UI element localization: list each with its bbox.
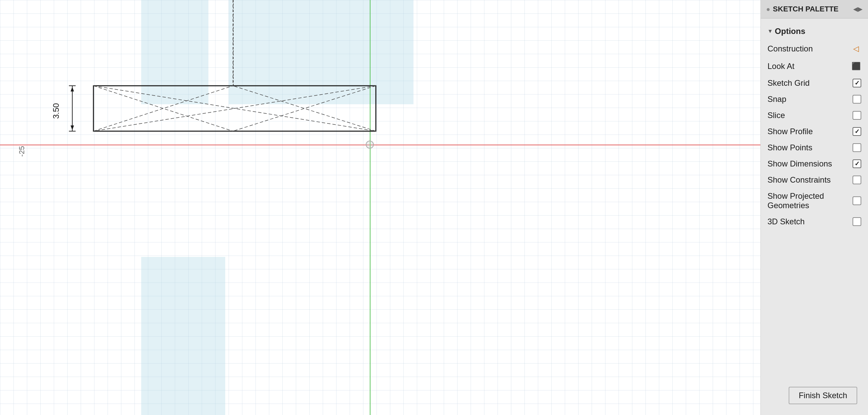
option-row-show-projected-geometries[interactable]: Show Projected Geometries <box>761 188 868 213</box>
finish-sketch-button[interactable]: Finish Sketch <box>789 387 857 404</box>
option-row-construction[interactable]: Construction ◁ <box>761 40 868 58</box>
checkbox-sketch-grid[interactable] <box>852 79 861 87</box>
option-label-slice: Slice <box>768 111 852 120</box>
axis-green-line <box>370 0 370 415</box>
option-row-show-dimensions[interactable]: Show Dimensions <box>761 156 868 172</box>
option-row-slice[interactable]: Slice <box>761 107 868 123</box>
axis-intersection-point <box>366 141 374 149</box>
option-label-3d-sketch: 3D Sketch <box>768 217 852 226</box>
options-section: Options Construction ◁ Look At ⬛ Sketch … <box>761 19 868 377</box>
option-row-3d-sketch[interactable]: 3D Sketch <box>761 213 868 230</box>
option-label-show-points: Show Points <box>768 143 852 152</box>
option-label-show-projected-geometries: Show Projected Geometries <box>768 191 852 210</box>
options-header: Options <box>761 24 868 40</box>
option-row-show-points[interactable]: Show Points <box>761 140 868 156</box>
checkbox-slice[interactable] <box>852 111 861 120</box>
option-label-construction: Construction <box>768 44 850 54</box>
checkbox-show-dimensions[interactable] <box>852 159 861 168</box>
blue-region-top-center <box>141 0 209 104</box>
checkbox-show-projected-geometries[interactable] <box>852 197 861 205</box>
look-at-icon: ⬛ <box>850 61 861 71</box>
sketch-palette-panel: ● SKETCH PALETTE ◀▶ Options Construction… <box>761 0 868 415</box>
panel-dot-icon: ● <box>766 5 770 13</box>
construction-icon: ◁ <box>850 43 861 54</box>
blue-region-top-right <box>228 0 413 104</box>
option-row-sketch-grid[interactable]: Sketch Grid <box>761 75 868 91</box>
checkbox-show-profile[interactable] <box>852 127 861 136</box>
blue-region-bottom-center <box>141 257 225 415</box>
axis-red-line <box>0 145 761 145</box>
option-row-show-constraints[interactable]: Show Constraints <box>761 172 868 188</box>
panel-title: SKETCH PALETTE <box>773 5 850 13</box>
option-label-show-constraints: Show Constraints <box>768 175 852 185</box>
option-label-show-profile: Show Profile <box>768 127 852 136</box>
option-label-snap: Snap <box>768 94 852 104</box>
option-row-snap[interactable]: Snap <box>761 91 868 107</box>
checkbox-show-points[interactable] <box>852 143 861 152</box>
panel-collapse-button[interactable]: ◀▶ <box>853 5 863 13</box>
option-row-look-at[interactable]: Look At ⬛ <box>761 58 868 75</box>
center-vertical-dash <box>233 0 234 86</box>
option-label-show-dimensions: Show Dimensions <box>768 159 852 169</box>
canvas-area[interactable]: 3.50 -25 <box>0 0 761 415</box>
option-label-look-at: Look At <box>768 62 850 71</box>
panel-header: ● SKETCH PALETTE ◀▶ <box>761 0 868 19</box>
checkbox-3d-sketch[interactable] <box>852 217 861 226</box>
option-label-sketch-grid: Sketch Grid <box>768 78 852 88</box>
option-row-show-profile[interactable]: Show Profile <box>761 123 868 140</box>
panel-footer: Finish Sketch <box>761 377 868 415</box>
checkbox-show-constraints[interactable] <box>852 176 861 184</box>
checkbox-snap[interactable] <box>852 95 861 103</box>
